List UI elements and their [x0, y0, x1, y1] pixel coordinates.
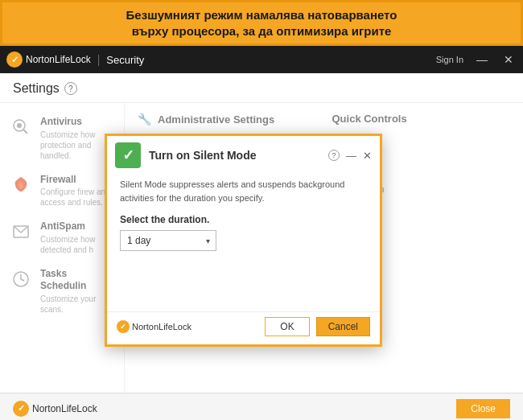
bottom-norton-logo-text: NortonLifeLock	[32, 403, 97, 414]
dialog-close-button[interactable]: ✕	[363, 150, 372, 162]
dialog-select-label: Select the duration.	[120, 214, 367, 225]
dialog-check-icon: ✓	[115, 142, 141, 168]
dialog-norton-logo: ✓ NortonLifeLock	[117, 320, 191, 333]
cancel-button[interactable]: Cancel	[316, 317, 370, 336]
bottom-norton-logo: ✓ NortonLifeLock	[13, 401, 97, 417]
window-title: Security	[106, 54, 144, 66]
dialog-footer: ✓ NortonLifeLock OK Cancel	[107, 311, 380, 344]
banner-text: Безшумният режим намалява натоварването …	[126, 8, 397, 38]
dialog-norton-logo-icon: ✓	[117, 320, 130, 333]
app-area: Settings ? Antivirus Customize how prote…	[0, 73, 523, 420]
close-window-button[interactable]: ✕	[500, 53, 517, 66]
title-bar: ✓ NortonLifeLock | Security Sign In — ✕	[0, 46, 523, 73]
settings-header: Settings ?	[0, 73, 523, 103]
norton-logo-icon: ✓	[6, 51, 23, 68]
dialog-title: Turn on Silent Mode	[149, 149, 325, 162]
minimize-button[interactable]: —	[473, 53, 491, 66]
dialog-description: Silent Mode suppresses alerts and suspen…	[120, 178, 367, 204]
norton-logo: ✓ NortonLifeLock	[6, 51, 91, 68]
close-button[interactable]: Close	[456, 399, 510, 418]
duration-select[interactable]: 1 day 2 days Until I turn it off	[120, 230, 216, 251]
sign-in-link[interactable]: Sign In	[436, 55, 463, 64]
dialog-footer-actions: OK Cancel	[265, 317, 370, 336]
window-actions: Sign In — ✕	[436, 53, 517, 66]
norton-logo-text: NortonLifeLock	[26, 54, 91, 65]
dialog-window-buttons: — ✕	[346, 150, 372, 162]
dialog-help-badge[interactable]: ?	[328, 150, 340, 161]
dialog-norton-logo-text: NortonLifeLock	[132, 322, 191, 331]
title-divider: |	[97, 53, 101, 66]
dialog-select-wrap: 1 day 2 days Until I turn it off ▾	[120, 230, 216, 251]
silent-mode-dialog: ✓ Turn on Silent Mode ? — ✕ Silent Mode …	[105, 134, 382, 347]
dialog-titlebar: ✓ Turn on Silent Mode ? — ✕	[107, 136, 380, 171]
dialog-minimize-button[interactable]: —	[346, 150, 356, 162]
settings-title: Settings	[13, 81, 60, 96]
settings-help-badge[interactable]: ?	[64, 82, 77, 95]
dialog-body: Silent Mode suppresses alerts and suspen…	[107, 171, 380, 311]
ok-button[interactable]: OK	[265, 317, 309, 336]
bottom-norton-logo-icon: ✓	[13, 401, 29, 417]
top-banner: Безшумният режим намалява натоварването …	[0, 0, 523, 46]
bottom-bar: ✓ NortonLifeLock Close	[0, 393, 523, 420]
